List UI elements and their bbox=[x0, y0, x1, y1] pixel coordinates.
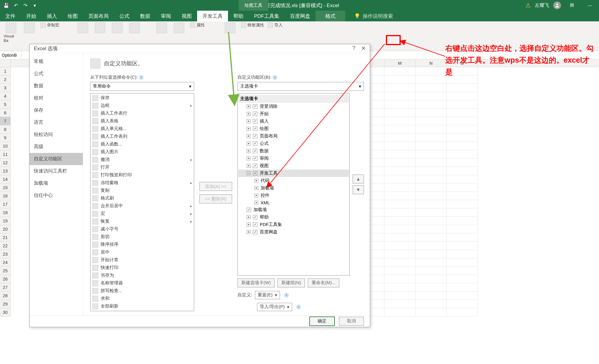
command-item[interactable]: 撤消▸ bbox=[91, 156, 193, 164]
new-group-button[interactable]: 新建组(N) bbox=[278, 278, 305, 287]
redo-icon[interactable]: ↷ bbox=[22, 2, 28, 9]
row-header[interactable]: 22 bbox=[0, 242, 11, 250]
sidebar-item-formulas[interactable]: 公式 bbox=[30, 68, 83, 80]
move-down-button[interactable]: ▼ bbox=[353, 185, 364, 194]
command-item[interactable]: 插入单元格... bbox=[91, 125, 193, 133]
expand-icon[interactable]: + bbox=[247, 156, 251, 160]
row-header[interactable]: 16 bbox=[0, 192, 11, 200]
tree-item[interactable]: +✓插入 bbox=[238, 118, 349, 125]
add-button[interactable]: 添加(A) >> bbox=[199, 182, 232, 191]
macros-button[interactable] bbox=[22, 23, 37, 33]
visual-basic-button[interactable]: Visual Ba bbox=[4, 23, 18, 43]
row-header[interactable]: 9 bbox=[0, 134, 11, 142]
tab-layout[interactable]: 页面布局 bbox=[83, 11, 114, 21]
tab-draw[interactable]: 绘图 bbox=[62, 11, 83, 21]
checkbox[interactable]: ✓ bbox=[253, 134, 257, 138]
record-macro-button[interactable]: 录制宏 bbox=[40, 23, 72, 28]
row-header[interactable]: 27 bbox=[0, 283, 11, 292]
checkbox[interactable]: ✓ bbox=[253, 119, 257, 124]
command-item[interactable]: 冻结窗格▸ bbox=[91, 179, 193, 187]
checkbox[interactable]: ✓ bbox=[253, 112, 257, 116]
expand-icon[interactable]: + bbox=[247, 119, 251, 123]
map-properties-button[interactable]: 映射属性 bbox=[241, 23, 264, 28]
tab-home[interactable]: 开始 bbox=[21, 11, 42, 21]
excel-addins-button[interactable] bbox=[110, 23, 125, 33]
command-item[interactable]: 剪切 bbox=[91, 233, 193, 241]
ribbon-options-icon[interactable]: 困 bbox=[565, 0, 579, 11]
row-header[interactable]: 25 bbox=[0, 267, 11, 275]
info-icon[interactable]: i bbox=[272, 75, 277, 80]
command-item[interactable]: 插入表格 bbox=[91, 117, 193, 125]
sidebar-item-general[interactable]: 常规 bbox=[30, 56, 83, 68]
import-export-dropdown[interactable]: 导入/导出(P)▾ bbox=[257, 303, 292, 311]
command-item[interactable]: 另存为 bbox=[91, 272, 193, 279]
expand-icon[interactable]: + bbox=[254, 186, 258, 190]
expand-icon[interactable]: + bbox=[247, 134, 251, 138]
expand-icon[interactable]: + bbox=[247, 164, 251, 168]
command-item[interactable]: 插入工作表行 bbox=[91, 110, 193, 117]
row-header[interactable]: 18 bbox=[0, 208, 11, 217]
new-tab-button[interactable]: 新建选项卡(W) bbox=[237, 278, 275, 287]
checkbox[interactable]: ✓ bbox=[253, 215, 257, 219]
tab-baidu[interactable]: 百度网盘 bbox=[285, 11, 316, 21]
row-header[interactable]: 1 bbox=[0, 67, 11, 75]
command-item[interactable]: 边框▸ bbox=[91, 102, 193, 110]
checkbox[interactable]: ✓ bbox=[253, 104, 257, 109]
row-header[interactable]: 10 bbox=[0, 142, 11, 150]
checkbox[interactable]: ✓ bbox=[253, 230, 257, 234]
expand-icon[interactable]: + bbox=[254, 179, 258, 183]
row-header[interactable]: 4 bbox=[0, 92, 11, 100]
tab-formulas[interactable]: 公式 bbox=[114, 11, 135, 21]
checkbox[interactable]: ✓ bbox=[253, 126, 257, 131]
checkbox[interactable]: ✓ bbox=[253, 164, 257, 168]
tree-item[interactable]: +✓页面布局 bbox=[238, 132, 349, 140]
expand-icon[interactable]: + bbox=[247, 142, 251, 145]
sidebar-item-data[interactable]: 数据 bbox=[30, 80, 83, 92]
com-gear-button[interactable] bbox=[127, 23, 142, 33]
command-item[interactable]: 插入函数... bbox=[91, 140, 193, 148]
checkbox[interactable]: ✓ bbox=[253, 222, 257, 227]
col-header[interactable]: M bbox=[384, 59, 416, 67]
row-header[interactable]: 7 bbox=[0, 117, 11, 125]
tree-item[interactable]: +✓公式 bbox=[238, 140, 349, 147]
sidebar-item-trust[interactable]: 信任中心 bbox=[30, 189, 83, 202]
tab-view[interactable]: 视图 bbox=[176, 11, 197, 21]
tree-item[interactable]: ✓加载项 bbox=[238, 206, 349, 213]
help-button[interactable]: ? bbox=[352, 45, 355, 52]
info-icon[interactable]: i bbox=[284, 293, 289, 297]
ribbon-tabs-combo[interactable]: 主选项卡▾ bbox=[237, 82, 364, 91]
warning-icon[interactable]: ⚠ bbox=[525, 2, 531, 9]
expand-icon[interactable]: + bbox=[254, 194, 258, 197]
select-all[interactable] bbox=[0, 59, 11, 67]
col-header[interactable]: N bbox=[416, 59, 447, 67]
checkbox[interactable]: ✓ bbox=[253, 141, 257, 146]
close-button[interactable]: ✕ bbox=[361, 45, 366, 52]
command-item[interactable]: 减小字号 bbox=[91, 225, 193, 233]
avatar[interactable] bbox=[553, 1, 561, 9]
tab-insert[interactable]: 插入 bbox=[42, 11, 62, 21]
expand-icon[interactable]: + bbox=[247, 230, 251, 234]
command-item[interactable]: 宏▸ bbox=[91, 210, 193, 218]
com-addins-button[interactable] bbox=[93, 23, 107, 33]
command-item[interactable]: 全部刷新 bbox=[91, 303, 193, 310]
checkbox[interactable]: ✓ bbox=[253, 149, 257, 153]
expand-icon[interactable]: + bbox=[247, 215, 251, 219]
tree-item[interactable]: +✓帮助 bbox=[238, 213, 349, 221]
command-item[interactable]: 打开 bbox=[91, 164, 193, 171]
row-header[interactable]: 24 bbox=[0, 258, 11, 267]
collapse-icon[interactable]: − bbox=[247, 171, 251, 175]
minimize-button[interactable]: — bbox=[583, 0, 597, 11]
commands-from-combo[interactable]: 常用命令▾ bbox=[90, 82, 194, 91]
row-header[interactable]: 26 bbox=[0, 275, 11, 283]
tab-file[interactable]: 文件 bbox=[0, 11, 21, 21]
tree-item[interactable]: +✓百度网盘 bbox=[238, 228, 349, 236]
sidebar-item-customize-ribbon[interactable]: 自定义功能区 bbox=[30, 153, 83, 165]
rename-button[interactable]: 重命名(M)... bbox=[308, 278, 339, 287]
expand-icon[interactable]: + bbox=[254, 201, 258, 205]
tree-item[interactable]: +✓绘图 bbox=[238, 125, 349, 132]
sidebar-item-proofing[interactable]: 校对 bbox=[30, 92, 83, 104]
tab-format[interactable]: 格式 bbox=[316, 11, 345, 21]
row-header[interactable]: 3 bbox=[0, 84, 11, 92]
expand-icon[interactable]: + bbox=[247, 149, 251, 153]
command-item[interactable]: 打印预览和打印 bbox=[91, 171, 193, 179]
